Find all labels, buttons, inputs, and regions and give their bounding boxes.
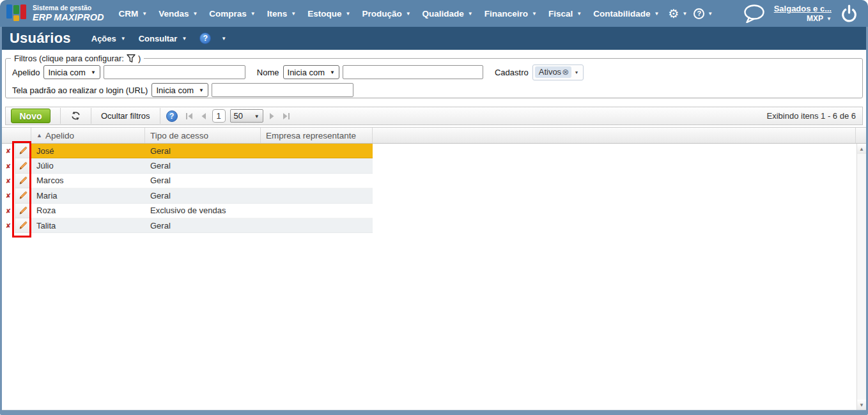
hide-filters-button[interactable]: Ocultar filtros bbox=[95, 108, 157, 124]
filters-legend: Filtros (clique para configurar: ) bbox=[11, 54, 144, 63]
pagination-first-button[interactable] bbox=[184, 113, 195, 119]
maxiprod-logo-icon bbox=[6, 4, 27, 22]
table-row[interactable]: ✘ José Geral bbox=[2, 144, 866, 158]
chevron-down-icon: ▼ bbox=[91, 70, 96, 75]
nav-menu-item[interactable]: Fiscal ▼ bbox=[543, 0, 587, 27]
new-button[interactable]: Novo bbox=[11, 109, 50, 123]
table-row[interactable]: ✘ Júlio Geral bbox=[2, 158, 866, 173]
cell-apelido: Talita bbox=[31, 218, 145, 233]
refresh-button[interactable] bbox=[64, 108, 88, 124]
chevron-down-icon: ▼ bbox=[577, 11, 582, 17]
pencil-icon bbox=[19, 191, 27, 200]
company-link[interactable]: Salgados e c... bbox=[774, 4, 832, 14]
delete-row-button[interactable]: ✘ bbox=[2, 144, 15, 158]
toolbar-divider bbox=[60, 108, 61, 124]
nav-menu-item[interactable]: Estoque ▼ bbox=[302, 0, 356, 27]
delete-row-button[interactable]: ✘ bbox=[2, 218, 15, 233]
page-size-select[interactable]: 50 ▼ bbox=[230, 109, 263, 123]
apelido-filter-input[interactable] bbox=[104, 65, 245, 79]
grid-header-tipo-de-acesso[interactable]: Tipo de acesso bbox=[145, 128, 261, 143]
grid-header-apelido[interactable]: ▲ Apelido bbox=[31, 128, 145, 143]
workspace-selector[interactable]: MXP ▼ bbox=[807, 14, 832, 23]
column-label-apelido: Apelido bbox=[45, 131, 74, 140]
tela-filter-label: Tela padrão ao realizar o login (URL) bbox=[12, 86, 148, 95]
table-row[interactable]: ✘ Marcos Geral bbox=[2, 174, 866, 188]
logo-block-blue bbox=[6, 4, 12, 19]
delete-row-button[interactable]: ✘ bbox=[2, 174, 15, 188]
page-size-value: 50 bbox=[234, 111, 243, 121]
delete-x-icon: ✘ bbox=[6, 163, 11, 170]
cadastro-multiselect[interactable]: Ativos ⊗ ▾ bbox=[532, 64, 584, 80]
logout-power-icon[interactable] bbox=[839, 4, 859, 24]
help-icon: ? bbox=[694, 8, 704, 19]
cell-apelido: José bbox=[31, 144, 145, 158]
nav-menu-item[interactable]: Contabilidade ▼ bbox=[587, 0, 665, 27]
brand-tagline: Sistema de gestão bbox=[33, 4, 104, 12]
table-row[interactable]: ✘ Maria Geral bbox=[2, 188, 866, 203]
edit-row-button[interactable] bbox=[15, 158, 31, 173]
pencil-icon bbox=[19, 176, 27, 185]
page-help-icon[interactable]: ? bbox=[199, 33, 211, 44]
edit-row-button[interactable] bbox=[15, 218, 31, 233]
last-page-icon bbox=[282, 113, 290, 119]
nome-filter-input[interactable] bbox=[343, 65, 483, 79]
pagination-last-button[interactable] bbox=[281, 113, 291, 119]
refresh-icon bbox=[70, 111, 81, 121]
logo-block-green bbox=[13, 5, 19, 14]
grid-toolbar: Novo Ocultar filtros ? bbox=[5, 107, 863, 125]
chevron-down-icon[interactable]: ▾ bbox=[571, 70, 582, 75]
prev-page-icon bbox=[201, 113, 206, 119]
chevron-down-icon: ▼ bbox=[654, 11, 659, 17]
cell-empresa-representante bbox=[261, 204, 373, 218]
tela-operator-value: Inicia com bbox=[156, 86, 194, 95]
nav-menu-item[interactable]: Produção ▼ bbox=[356, 0, 416, 27]
tela-filter-input[interactable] bbox=[212, 83, 353, 97]
nav-menu-item[interactable]: CRM ▼ bbox=[112, 0, 153, 27]
edit-row-button[interactable] bbox=[15, 204, 31, 218]
filters-panel: Filtros (clique para configurar: ) Apeli… bbox=[5, 54, 863, 98]
edit-row-button[interactable] bbox=[15, 174, 31, 188]
edit-row-button[interactable] bbox=[15, 144, 31, 158]
pagination-next-button[interactable] bbox=[268, 113, 276, 119]
settings-menu-button[interactable]: ⚙ ▼ bbox=[665, 0, 690, 27]
nav-menu-item[interactable]: Itens ▼ bbox=[261, 0, 302, 27]
delete-row-button[interactable]: ✘ bbox=[2, 158, 15, 173]
table-row[interactable]: ✘ Talita Geral bbox=[2, 218, 866, 233]
delete-row-button[interactable]: ✘ bbox=[2, 204, 15, 218]
chevron-down-icon: ▼ bbox=[682, 11, 687, 17]
scroll-down-icon[interactable]: ▼ bbox=[857, 400, 866, 410]
nome-operator-select[interactable]: Inicia com ▼ bbox=[283, 65, 339, 79]
current-page-box[interactable]: 1 bbox=[212, 109, 226, 123]
nav-menu-label: Itens bbox=[267, 9, 288, 19]
tag-remove-icon[interactable]: ⊗ bbox=[562, 68, 569, 76]
chat-bubble-icon[interactable] bbox=[742, 4, 766, 23]
cell-tipo-de-acesso: Geral bbox=[145, 188, 261, 203]
help-menu-button[interactable]: ? ▼ bbox=[690, 0, 716, 27]
page-title: Usuários bbox=[10, 30, 71, 47]
consult-menu-button[interactable]: Consultar ▼ bbox=[139, 34, 187, 43]
nav-menu-item[interactable]: Vendas ▼ bbox=[153, 0, 203, 27]
table-row[interactable]: ✘ Roza Exclusivo de vendas bbox=[2, 204, 866, 218]
cadastro-tag-label: Ativos bbox=[539, 67, 561, 77]
actions-menu-button[interactable]: Ações ▼ bbox=[91, 34, 126, 43]
nav-menu-label: Qualidade bbox=[422, 9, 464, 19]
tela-operator-select[interactable]: Inicia com ▼ bbox=[151, 83, 208, 97]
delete-x-icon: ✘ bbox=[6, 192, 11, 199]
next-page-icon bbox=[269, 113, 275, 119]
nav-menu-item[interactable]: Compras ▼ bbox=[203, 0, 261, 27]
apelido-operator-value: Inicia com bbox=[48, 68, 86, 77]
brand-logo: Sistema de gestão ERP MAXIPROD bbox=[6, 4, 104, 22]
apelido-operator-select[interactable]: Inicia com ▼ bbox=[43, 65, 100, 79]
chevron-down-icon[interactable]: ▼ bbox=[221, 36, 226, 42]
grid-header-empresa-representante[interactable]: Empresa representante bbox=[261, 128, 373, 143]
filter-funnel-icon[interactable] bbox=[126, 54, 136, 63]
nav-menu-item[interactable]: Qualidade ▼ bbox=[417, 0, 479, 27]
delete-row-button[interactable]: ✘ bbox=[2, 188, 15, 203]
edit-row-button[interactable] bbox=[15, 188, 31, 203]
pagination-prev-button[interactable] bbox=[199, 113, 208, 119]
nav-menu-item[interactable]: Financeiro ▼ bbox=[479, 0, 543, 27]
chevron-down-icon: ▼ bbox=[121, 36, 126, 42]
toolbar-help-icon[interactable]: ? bbox=[166, 110, 178, 122]
vertical-scrollbar[interactable]: ▲ ▼ bbox=[856, 144, 866, 410]
scroll-up-icon[interactable]: ▲ bbox=[857, 144, 866, 154]
